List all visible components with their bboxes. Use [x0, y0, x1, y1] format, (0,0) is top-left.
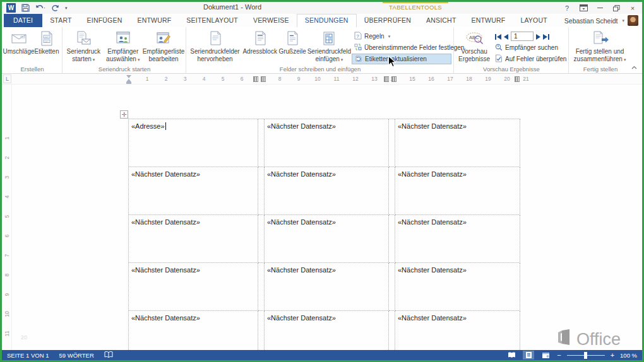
- horizontal-ruler: L 12345689101112131415161718192021: [2, 74, 642, 85]
- auf-fehler-ueberpruefen-button[interactable]: Auf Fehler überprüfen: [492, 54, 566, 64]
- ribbon-display-options-icon[interactable]: [576, 3, 590, 13]
- proofing-status-icon[interactable]: [104, 351, 113, 359]
- select-recipients-icon: [115, 30, 131, 47]
- label-cell[interactable]: «Nächster Datensatz»: [265, 263, 389, 311]
- label-cell[interactable]: «Nächster Datensatz»: [129, 311, 258, 350]
- vorschau-ergebnisse-button[interactable]: ABC Vorschau Ergebnisse: [456, 29, 492, 62]
- web-layout-button[interactable]: [540, 351, 551, 359]
- next-record-icon[interactable]: [536, 31, 540, 42]
- zoom-out-button[interactable]: −: [557, 352, 561, 359]
- etiketten-button[interactable]: Etiketten: [33, 29, 60, 55]
- label-cell[interactable]: «Nächster Datensatz»: [129, 263, 258, 311]
- tab-selector[interactable]: L: [3, 74, 11, 83]
- label-cell[interactable]: «Nächster Datensatz»: [265, 215, 389, 263]
- labels-icon: [39, 30, 55, 47]
- zoom-in-button[interactable]: +: [611, 352, 614, 359]
- grusszeile-button[interactable]: Grußzeile: [278, 29, 306, 55]
- label-cell[interactable]: «Nächster Datensatz»: [395, 119, 520, 167]
- adressblock-button[interactable]: Adressblock: [242, 29, 278, 55]
- table-column-marker[interactable]: [253, 76, 258, 82]
- tab-entwurf[interactable]: ENTWURF: [129, 14, 179, 27]
- svg-text:ABC: ABC: [469, 35, 479, 40]
- label-cell[interactable]: «Nächster Datensatz»: [395, 263, 520, 311]
- status-bar: SEITE 1 VON 1 59 WÖRTER − + 100 %: [2, 350, 642, 360]
- tab-ansicht[interactable]: ANSICHT: [419, 14, 464, 27]
- label-cell[interactable]: «Nächster Datensatz»: [395, 167, 520, 215]
- zoom-level[interactable]: 100 %: [620, 352, 637, 359]
- find-recipient-icon: [495, 44, 503, 52]
- label-gap-cell: [389, 263, 395, 311]
- account-menu[interactable]: Sebastian Scheidt ▾: [564, 14, 642, 27]
- tab-sendungen[interactable]: SENDUNGEN: [297, 14, 357, 27]
- tab-start[interactable]: START: [42, 14, 79, 27]
- label-cell[interactable]: «Nächster Datensatz»: [265, 311, 389, 350]
- first-record-icon[interactable]: [495, 31, 501, 42]
- umschlaege-button[interactable]: Umschläge: [4, 29, 33, 55]
- ribbon-tab-row: DATEI START EINFÜGEN ENTWURF SEITENLAYOU…: [2, 14, 642, 27]
- record-number-input[interactable]: 1: [511, 32, 534, 41]
- read-mode-button[interactable]: [506, 351, 517, 359]
- regeln-button[interactable]: ? Regeln ▾: [352, 31, 451, 42]
- help-icon[interactable]: ?: [560, 3, 574, 13]
- fertig-stellen-button[interactable]: Fertig stellen und zusammenführen▾: [571, 29, 629, 63]
- word-logo-icon[interactable]: W: [6, 3, 16, 13]
- empfaenger-auswaehlen-button[interactable]: Empfänger auswählen▾: [103, 29, 143, 63]
- previous-record-icon[interactable]: [504, 31, 508, 42]
- page-indicator[interactable]: SEITE 1 VON 1: [7, 352, 49, 359]
- label-cell[interactable]: «Nächster Datensatz»: [265, 167, 389, 215]
- seriendruckfeld-einfuegen-button[interactable]: Seriendruckfeld einfügen▾: [307, 29, 352, 63]
- zoom-slider-thumb[interactable]: [584, 352, 587, 359]
- empfaengerliste-bearbeiten-button[interactable]: Empfängerliste bearbeiten: [143, 29, 184, 62]
- group-label-erstellen: Erstellen: [2, 66, 63, 73]
- tab-tabletools-entwurf[interactable]: ENTWURF: [464, 14, 513, 27]
- tab-seitenlayout[interactable]: SEITENLAYOUT: [179, 14, 246, 27]
- label-gap-cell: [258, 119, 265, 167]
- document-canvas[interactable]: ✛ «Adresse» «Nächster Datensatz» «Nächst…: [12, 85, 642, 350]
- quick-access-toolbar: W ▾: [4, 2, 68, 14]
- mouse-cursor: [388, 55, 397, 71]
- ruler-numbers: 12345689101112131415161718192021: [138, 76, 535, 82]
- word-count[interactable]: 59 WÖRTER: [59, 352, 94, 359]
- uebereinstimmende-felder-button[interactable]: Übereinstimmende Felder festlegen: [352, 42, 451, 53]
- label-cell[interactable]: «Nächster Datensatz»: [129, 167, 258, 215]
- seriendruck-starten-button[interactable]: Seriendruck starten▾: [64, 29, 103, 63]
- tab-tabletools-layout[interactable]: LAYOUT: [513, 14, 554, 27]
- zoom-slider[interactable]: [567, 355, 605, 356]
- undo-icon[interactable]: [35, 4, 45, 12]
- minimize-icon[interactable]: [593, 3, 607, 13]
- avatar[interactable]: [628, 15, 638, 26]
- label-gap-cell: [389, 215, 395, 263]
- label-cell[interactable]: «Adresse»: [129, 119, 258, 167]
- label-cell[interactable]: «Nächster Datensatz»: [265, 119, 389, 167]
- table-column-marker[interactable]: [384, 76, 389, 82]
- print-layout-button[interactable]: [523, 351, 534, 359]
- redo-icon[interactable]: [51, 4, 59, 12]
- save-icon[interactable]: [21, 4, 30, 12]
- table-column-marker[interactable]: [515, 76, 520, 82]
- table-column-marker[interactable]: [391, 76, 397, 82]
- table-move-handle[interactable]: ✛: [120, 110, 128, 119]
- close-icon[interactable]: ×: [626, 3, 640, 13]
- address-block-icon: [252, 30, 268, 47]
- tab-einfuegen[interactable]: EINFÜGEN: [80, 14, 130, 27]
- restore-icon[interactable]: [609, 3, 623, 13]
- left-indent-marker[interactable]: [126, 82, 131, 84]
- label-cell[interactable]: «Nächster Datensatz»: [395, 311, 520, 350]
- label-cell[interactable]: «Nächster Datensatz»: [129, 215, 258, 263]
- tab-verweise[interactable]: VERWEISE: [246, 14, 297, 27]
- label-gap-cell: [258, 167, 265, 215]
- tab-ueberpruefen[interactable]: ÜBERPRÜFEN: [357, 14, 419, 27]
- collapse-ribbon-icon[interactable]: [631, 61, 637, 72]
- first-line-indent-marker[interactable]: [126, 75, 131, 78]
- qat-customize-icon[interactable]: ▾: [65, 6, 68, 11]
- envelope-icon: [11, 30, 27, 47]
- seriendruckfelder-hervorheben-button[interactable]: Seriendruckfelder hervorheben: [188, 29, 242, 62]
- tab-datei[interactable]: DATEI: [4, 14, 42, 27]
- empfaenger-suchen-button[interactable]: Empfänger suchen: [492, 42, 566, 53]
- label-cell[interactable]: «Nächster Datensatz»: [395, 215, 520, 263]
- last-record-icon[interactable]: [543, 31, 549, 42]
- etiketten-aktualisieren-button[interactable]: Etiketten aktualisieren: [352, 54, 451, 64]
- table-column-marker[interactable]: [261, 76, 266, 82]
- document-title: Dokument1 - Word: [172, 3, 292, 11]
- labels-table: «Adresse» «Nächster Datensatz» «Nächster…: [128, 119, 520, 350]
